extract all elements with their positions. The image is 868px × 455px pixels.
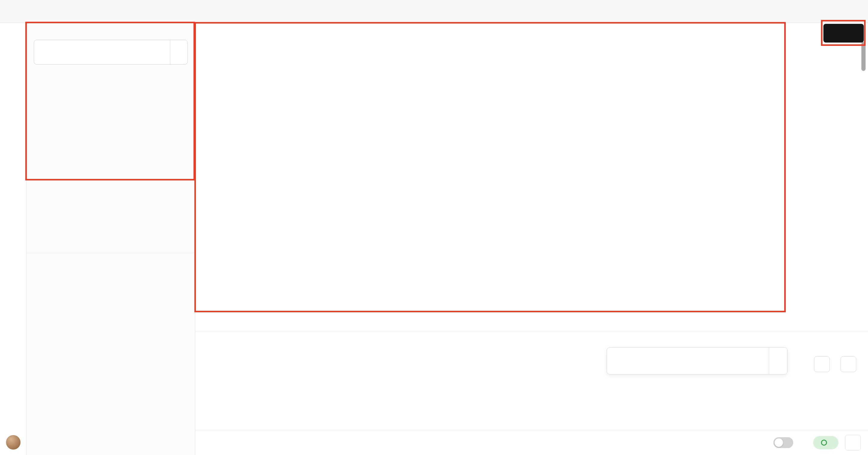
ready-ring-icon (821, 439, 827, 446)
pr-button-main[interactable] (34, 40, 170, 64)
defer-toggle[interactable] (773, 437, 793, 448)
ready-status-badge[interactable] (813, 436, 838, 449)
lineage-edges (195, 332, 868, 430)
dbt-logo[interactable] (0, 0, 27, 23)
status-bar-right (773, 435, 861, 451)
bottom-panel (195, 311, 868, 455)
create-pull-request-button[interactable] (34, 40, 188, 64)
lineage-node-selector (607, 347, 787, 374)
lineage-canvas[interactable] (195, 332, 868, 430)
pr-button-dropdown[interactable] (170, 40, 187, 64)
version-control-section (27, 23, 195, 73)
lineage-selector-input[interactable] (607, 348, 769, 374)
status-more-button[interactable] (845, 435, 861, 451)
editor-scrollbar[interactable] (861, 42, 866, 71)
left-icon-rail (0, 23, 27, 455)
status-bar (195, 430, 868, 455)
topbar-actions (831, 0, 861, 23)
top-bar (0, 0, 868, 23)
preview-table-button[interactable] (203, 319, 208, 323)
lineage-fullscreen-button[interactable] (814, 356, 830, 372)
bottom-toolbar (203, 319, 244, 323)
user-avatar[interactable] (6, 435, 21, 450)
dbt-cloud-ide (0, 0, 868, 455)
lineage-refresh-button[interactable] (841, 356, 856, 372)
toggle-knob (775, 438, 783, 447)
compile-code-button[interactable] (211, 319, 216, 323)
bottom-panel-bar (195, 311, 868, 331)
save-button[interactable] (824, 24, 864, 42)
file-explorer-section (27, 253, 195, 455)
format-button[interactable] (218, 319, 225, 323)
side-panel (27, 23, 195, 455)
fix-button[interactable] (238, 319, 244, 323)
update-graph-button[interactable] (769, 348, 787, 374)
lint-button[interactable] (228, 319, 235, 323)
code-editor (195, 23, 868, 311)
